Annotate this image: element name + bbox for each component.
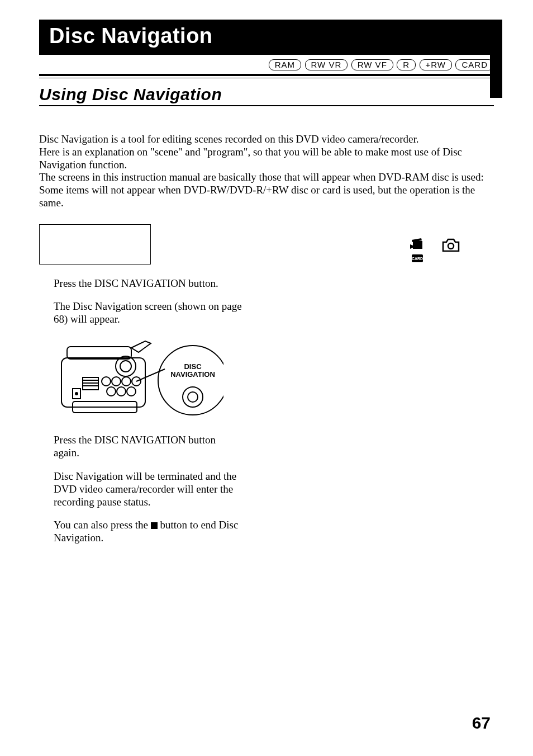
- movie-mode-icon: [410, 238, 422, 249]
- illustration-label-bottom: NAVIGATION: [170, 370, 215, 379]
- media-badge-row: RAM RW VR RW VF R +RW CARD: [39, 59, 494, 70]
- svg-point-10: [112, 377, 121, 386]
- step-2-text-a: Press the DISC NAVIGATION button again.: [39, 433, 243, 459]
- svg-point-24: [448, 243, 454, 249]
- intro-paragraph: Disc Navigation is a tool for editing sc…: [39, 133, 494, 210]
- svg-point-11: [122, 377, 131, 386]
- card-mode-icon: CARD: [412, 254, 423, 262]
- double-rule: [39, 74, 494, 78]
- svg-point-17: [75, 393, 78, 395]
- illustration-label-top: DISC: [184, 362, 202, 371]
- media-badge: CARD: [455, 59, 494, 70]
- svg-text:CARD: CARD: [412, 257, 423, 261]
- svg-point-13: [107, 387, 116, 396]
- media-badge: RAM: [269, 59, 301, 70]
- two-column-body: Press the DISC NAVIGATION button. The Di…: [39, 224, 494, 555]
- stop-icon: [151, 522, 158, 529]
- left-column: Press the DISC NAVIGATION button. The Di…: [39, 224, 243, 555]
- photo-mode-icon: [443, 239, 459, 251]
- svg-point-18: [158, 346, 223, 415]
- svg-point-9: [102, 377, 111, 386]
- right-column: CARD: [260, 224, 494, 555]
- media-badge: +RW: [420, 59, 452, 70]
- section-title: Using Disc Navigation: [39, 85, 494, 104]
- media-badge: RW VF: [351, 59, 393, 70]
- svg-point-4: [120, 361, 131, 372]
- step-2-text-c: You can also press the button to end Dis…: [39, 518, 243, 544]
- svg-rect-0: [61, 358, 145, 407]
- step-2-text-b: Disc Navigation will be terminated and t…: [39, 470, 243, 509]
- svg-point-14: [117, 387, 126, 396]
- camcorder-illustration: DISC NAVIGATION: [39, 336, 243, 422]
- svg-marker-23: [410, 244, 413, 249]
- step-2-pre: You can also press the: [54, 519, 151, 531]
- media-badge: R: [397, 59, 416, 70]
- mode-icons-area: CARD: [260, 224, 494, 271]
- chapter-title-text: Disc Navigation: [49, 24, 213, 48]
- media-badge: RW VR: [305, 59, 348, 70]
- side-tab: [490, 20, 502, 98]
- before-you-begin-box: [39, 224, 151, 264]
- section-rule: [39, 105, 494, 106]
- step-1-text-b: The Disc Navigation screen (shown on pag…: [39, 300, 243, 325]
- svg-rect-22: [413, 243, 422, 249]
- step-1-text-a: Press the DISC NAVIGATION button.: [39, 277, 243, 290]
- chapter-title-bar: Disc Navigation: [39, 20, 494, 55]
- page-number: 67: [472, 714, 491, 733]
- svg-point-15: [127, 387, 136, 396]
